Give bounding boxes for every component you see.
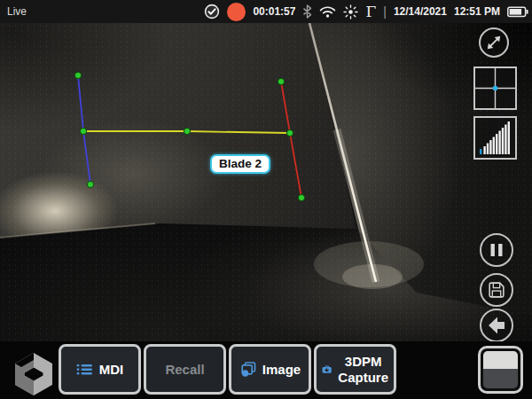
analytic-check-icon bbox=[204, 4, 220, 20]
measurement-overlay[interactable] bbox=[0, 0, 532, 399]
mdi-list-icon bbox=[76, 363, 93, 376]
live-indicator: Live bbox=[7, 0, 27, 23]
softkey-label: MDI bbox=[99, 362, 124, 377]
gamma-indicator: Γ bbox=[365, 0, 376, 23]
measurement-cursor-point bbox=[87, 181, 93, 187]
measurement-cursor-point bbox=[298, 194, 304, 200]
save-icon bbox=[487, 280, 506, 300]
save-button[interactable] bbox=[480, 273, 513, 307]
back-arrow-icon bbox=[481, 310, 512, 340]
measurement-cursor-point bbox=[278, 78, 284, 84]
softkey-image-button[interactable]: Image bbox=[229, 344, 311, 395]
soft-key-bar: MDI Recall Image 3DPM Capture bbox=[0, 341, 532, 399]
measurement-cursor-point bbox=[286, 129, 293, 136]
crosshair-target-button[interactable] bbox=[473, 66, 517, 110]
bluetooth-icon bbox=[302, 4, 312, 19]
screen-split-toggle-icon bbox=[483, 351, 518, 388]
softkey-recall-button[interactable]: Recall bbox=[144, 344, 226, 395]
softkey-3dpm-capture-button[interactable]: 3DPM Capture bbox=[314, 344, 396, 395]
pause-icon bbox=[481, 235, 512, 265]
expand-arrows-icon bbox=[481, 29, 507, 56]
waygate-logo bbox=[14, 352, 53, 396]
screen-split-toggle-button[interactable] bbox=[478, 346, 523, 394]
measurement-cursor-point bbox=[74, 72, 81, 78]
record-timer: 00:01:57 bbox=[253, 5, 295, 18]
status-date: 12/14/2021 bbox=[394, 5, 447, 18]
borescope-screen: Blade 2 Live 00:01:57 bbox=[0, 0, 532, 399]
red-segment bbox=[281, 82, 301, 198]
wifi-icon bbox=[319, 5, 336, 18]
measurement-cursor-point bbox=[184, 128, 190, 134]
softkey-mdi-button[interactable]: MDI bbox=[59, 344, 141, 395]
zoom-expand-button[interactable] bbox=[479, 27, 509, 58]
crosshair-target-icon bbox=[475, 68, 515, 108]
capture-camera-icon bbox=[322, 362, 332, 377]
status-time: 12:51 PM bbox=[454, 5, 500, 18]
battery-icon bbox=[507, 6, 528, 18]
image-stack-icon bbox=[239, 362, 256, 377]
measurement-label[interactable]: Blade 2 bbox=[210, 154, 270, 174]
back-button[interactable] bbox=[480, 309, 513, 342]
status-separator: | bbox=[383, 4, 387, 19]
softkey-label: Recall bbox=[165, 362, 204, 377]
pause-button[interactable] bbox=[480, 233, 513, 267]
softkey-label: 3DPM Capture bbox=[338, 354, 388, 385]
measurement-cursor-point bbox=[80, 128, 86, 134]
softkey-label: Image bbox=[262, 362, 301, 377]
gain-level-button[interactable] bbox=[473, 116, 517, 160]
status-icons-group: 00:01:57 Γ | 12/14/2021 12: bbox=[204, 0, 528, 23]
status-bar: Live 00:01:57 bbox=[0, 0, 532, 23]
gain-bars-icon bbox=[475, 118, 515, 158]
record-indicator-icon bbox=[227, 3, 246, 21]
brightness-sun-icon bbox=[343, 4, 358, 20]
